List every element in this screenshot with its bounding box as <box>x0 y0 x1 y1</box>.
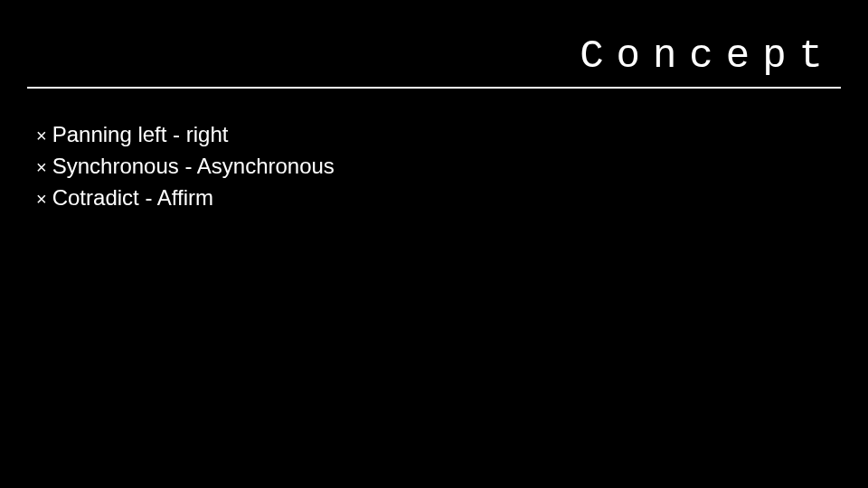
list-item-text: Cotradict - Affirm <box>52 183 213 214</box>
body-region: × Panning left - right × Synchronous - A… <box>36 119 832 213</box>
bullet-list: × Panning left - right × Synchronous - A… <box>36 119 832 213</box>
list-item: × Synchronous - Asynchronous <box>36 151 832 183</box>
header-region: Concept <box>27 29 841 89</box>
cross-icon: × <box>36 186 47 212</box>
cross-icon: × <box>36 155 47 181</box>
slide: Concept × Panning left - right × Synchro… <box>0 0 868 488</box>
list-item-text: Synchronous - Asynchronous <box>52 151 335 183</box>
list-item-text: Panning left - right <box>52 119 229 151</box>
slide-title: Concept <box>580 33 841 82</box>
list-item: × Panning left - right <box>36 119 832 151</box>
cross-icon: × <box>36 123 47 149</box>
list-item: × Cotradict - Affirm <box>36 183 832 214</box>
